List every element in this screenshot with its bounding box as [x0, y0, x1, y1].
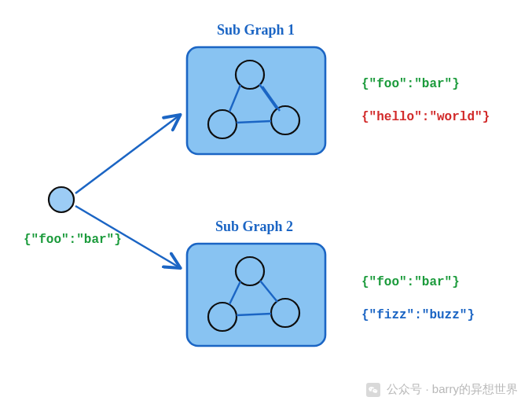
out2-line1: {"foo":"bar"} [361, 275, 460, 289]
svg-point-10 [236, 257, 264, 285]
subgraph2-box [187, 244, 325, 346]
subgraph1-title: Sub Graph 1 [217, 22, 295, 39]
svg-line-13 [229, 281, 240, 304]
svg-point-11 [271, 299, 299, 327]
source-state-label: {"foo":"bar"} [24, 233, 122, 247]
svg-rect-1 [187, 47, 325, 154]
svg-line-5 [229, 85, 240, 112]
out1-line2: {"hello":"world"} [361, 110, 490, 124]
svg-point-4 [208, 110, 237, 138]
subgraph1-box [187, 47, 325, 154]
arrow-to-sub1 [75, 116, 179, 193]
source-node [49, 187, 74, 212]
diagram-canvas: Sub Graph 1 Sub Graph 2 {"foo":"bar"} {"… [0, 0, 532, 408]
watermark: 公众号 · barry的异想世界 [366, 382, 518, 397]
out1-line1: {"foo":"bar"} [361, 77, 460, 91]
svg-line-15 [237, 314, 271, 315]
svg-point-3 [271, 106, 299, 134]
svg-line-7 [262, 86, 280, 111]
svg-rect-9 [187, 244, 325, 346]
svg-line-6 [259, 84, 277, 108]
svg-line-14 [260, 281, 277, 302]
subgraph2-title: Sub Graph 2 [215, 219, 293, 235]
svg-point-0 [49, 187, 74, 212]
svg-point-12 [208, 303, 237, 331]
wechat-icon [366, 383, 380, 397]
svg-line-8 [237, 121, 271, 123]
out2-line2: {"fizz":"buzz"} [361, 308, 475, 322]
watermark-text: 公众号 · barry的异想世界 [387, 382, 518, 397]
svg-point-2 [236, 61, 264, 89]
diagram-svg [0, 0, 532, 408]
